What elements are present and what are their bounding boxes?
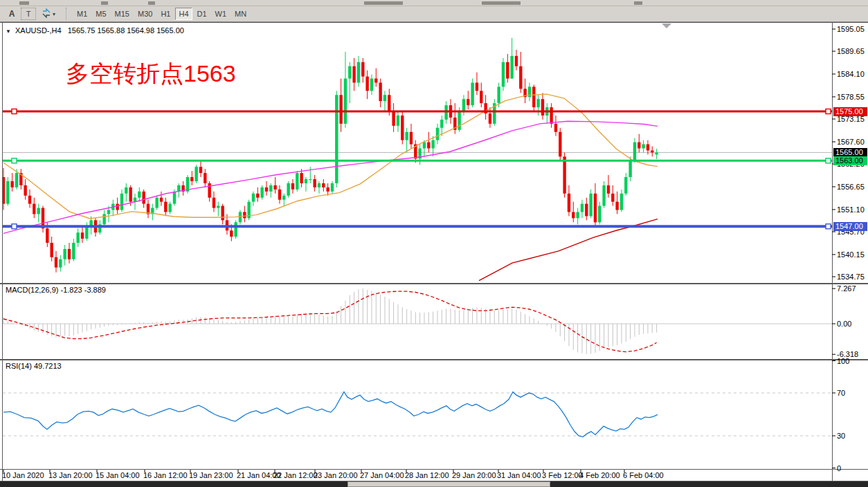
text-label-tool-button[interactable]: T: [21, 8, 36, 20]
symbol-dropdown-icon[interactable]: ▼: [6, 28, 11, 35]
toolbar-fragment-icon: [148, 1, 155, 5]
chart-canvas[interactable]: [0, 22, 868, 481]
timeframe-button-M5[interactable]: M5: [92, 8, 109, 20]
chart-area[interactable]: ▼ XAUUSD-,H4 1565.75 1565.88 1564.98 156…: [0, 22, 868, 481]
timeframe-button-M30[interactable]: M30: [134, 8, 156, 20]
horizontal-scrollbar[interactable]: [0, 481, 868, 487]
macd-pane-label: MACD(12,26,9) -1.823 -3.889: [6, 286, 106, 294]
toolbar-clipped-row: [0, 0, 868, 6]
arrow-text-tool-button[interactable]: A: [4, 8, 19, 20]
scrollbar-thumb[interactable]: [347, 481, 550, 487]
timeframe-button-D1[interactable]: D1: [194, 8, 210, 20]
symbol-period-label: XAUUSD-,H4: [15, 26, 62, 35]
timeframe-button-M1[interactable]: M1: [73, 8, 91, 20]
arrows-icon: [42, 8, 51, 19]
toolbar-fragment-icon: [364, 1, 403, 5]
timeframe-button-W1[interactable]: W1: [212, 8, 230, 20]
toolbar-fragment-icon: [101, 1, 108, 5]
timeframe-bar: M1M5M15M30H1H4D1W1MN: [73, 8, 251, 20]
arrows-tool-button[interactable]: ▾: [37, 7, 60, 21]
timeframe-button-H1[interactable]: H1: [157, 8, 174, 20]
toolbar: A T ▾ M1M5M15M30H1H4D1W1MN: [0, 6, 868, 22]
toolbar-fragment-icon: [482, 1, 521, 5]
annotation-text: 多空转折点1563: [66, 58, 236, 90]
chart-title: ▼ XAUUSD-,H4 1565.75 1565.88 1564.98 156…: [6, 26, 184, 35]
timeframe-button-M15[interactable]: M15: [111, 8, 133, 20]
rsi-pane-label: RSI(14) 49.7213: [6, 362, 62, 370]
timeframe-button-H4[interactable]: H4: [175, 8, 192, 20]
toolbar-separator: [66, 8, 70, 20]
chevron-down-icon: ▾: [53, 11, 55, 17]
ohlc-values: 1565.75 1565.88 1564.98 1565.00: [68, 26, 184, 35]
timeframe-button-MN[interactable]: MN: [231, 8, 250, 20]
toolbar-fragment-icon: [19, 1, 29, 5]
toolbar-fragment-icon: [634, 1, 642, 5]
mt4-window: A T ▾ M1M5M15M30H1H4D1W1MN ▼ XAUUSD-,H4 …: [0, 0, 868, 487]
